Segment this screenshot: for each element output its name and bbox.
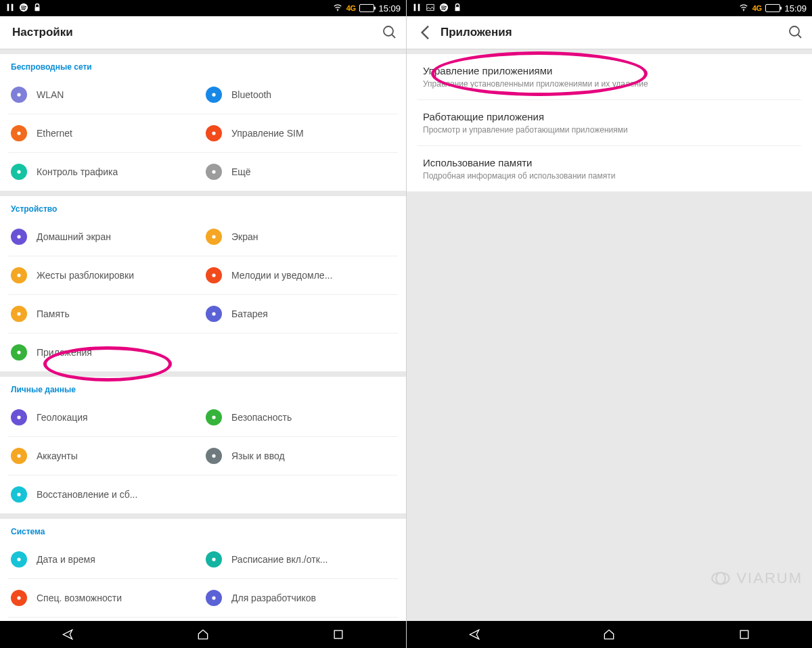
settings-item[interactable]: Память xyxy=(8,294,203,333)
back-icon[interactable] xyxy=(415,22,436,43)
settings-item-icon xyxy=(11,229,27,245)
svg-point-12 xyxy=(212,170,215,173)
lock-icon xyxy=(453,3,462,14)
settings-item-label: Аккаунты xyxy=(37,450,78,461)
settings-item-icon xyxy=(11,344,27,361)
network-label: 4G xyxy=(752,4,762,12)
settings-item[interactable]: Приложения xyxy=(8,333,398,371)
settings-item-icon xyxy=(11,164,27,180)
app-bar: Приложения xyxy=(407,16,812,49)
back-button[interactable] xyxy=(447,628,501,641)
settings-item-label: Контроль трафика xyxy=(37,166,118,177)
settings-item[interactable]: Для разработчиков xyxy=(203,578,398,617)
settings-item[interactable]: WLAN xyxy=(8,76,203,114)
svg-rect-31 xyxy=(414,3,416,11)
nav-bar xyxy=(407,621,812,648)
settings-item[interactable]: Спец. возможности xyxy=(8,578,203,617)
recent-button[interactable] xyxy=(717,628,771,641)
page-title: Приложения xyxy=(436,26,512,39)
wifi-icon xyxy=(333,3,342,14)
settings-item[interactable]: Дата и время xyxy=(8,540,203,578)
settings-item-icon xyxy=(11,409,27,425)
nav-bar xyxy=(0,621,406,648)
pause-icon xyxy=(5,3,15,14)
settings-item[interactable]: Аккаунты xyxy=(8,436,203,475)
battery-icon xyxy=(359,4,374,12)
settings-item-icon xyxy=(206,164,222,180)
apps-row[interactable]: Управление приложениямиУправление устано… xyxy=(418,54,801,100)
pause-icon xyxy=(412,3,422,14)
settings-item[interactable]: Батарея xyxy=(203,294,398,333)
svg-rect-39 xyxy=(740,630,748,639)
settings-item-icon xyxy=(206,229,222,245)
settings-item-icon xyxy=(11,590,27,606)
apps-row-title: Работающие приложения xyxy=(423,111,796,122)
settings-item-icon xyxy=(206,448,222,464)
settings-item-icon xyxy=(206,125,222,141)
settings-item-label: Ещё xyxy=(231,166,251,177)
svg-point-23 xyxy=(212,454,215,457)
settings-item-icon xyxy=(206,551,222,568)
apps-row[interactable]: Работающие приложенияПросмотр и управлен… xyxy=(418,100,801,146)
apps-row[interactable]: Использование памятиПодробная информация… xyxy=(418,146,801,191)
settings-item-icon xyxy=(206,590,222,606)
settings-item-label: Дата и время xyxy=(37,554,95,565)
settings-item-icon xyxy=(11,267,27,283)
settings-item[interactable]: Жесты разблокировки xyxy=(8,256,203,294)
settings-item-label: WLAN xyxy=(37,89,64,100)
status-bar: 4G 15:09 xyxy=(407,0,812,16)
settings-item[interactable]: Контроль трафика xyxy=(8,152,203,191)
svg-point-28 xyxy=(212,596,215,599)
settings-item-icon xyxy=(11,87,27,103)
settings-pane: 4G 15:09 Настройки Беспроводные сетиWLAN… xyxy=(0,0,406,648)
settings-item-label: Домашний экран xyxy=(37,231,111,242)
watermark: VIARUM xyxy=(709,567,803,590)
settings-item[interactable]: Ethernet xyxy=(8,114,203,152)
settings-item-icon xyxy=(206,267,222,283)
settings-item[interactable]: Язык и ввод xyxy=(203,436,398,475)
search-icon[interactable] xyxy=(788,24,804,41)
clock-label: 15:09 xyxy=(378,3,401,14)
apps-row-title: Использование памяти xyxy=(423,157,796,168)
recent-button[interactable] xyxy=(311,628,365,641)
settings-item[interactable]: Bluetooth xyxy=(203,76,398,114)
apps-row-subtitle: Управление установленными приложениями и… xyxy=(423,79,796,89)
section-title: Устройство xyxy=(8,196,398,218)
home-button[interactable] xyxy=(582,628,636,641)
settings-item-label: Экран xyxy=(231,231,258,242)
apps-content: Управление приложениямиУправление устано… xyxy=(407,49,812,621)
svg-point-18 xyxy=(212,312,215,315)
settings-item[interactable]: Безопасность xyxy=(203,398,398,436)
svg-point-13 xyxy=(17,235,20,238)
settings-item[interactable]: Ещё xyxy=(203,152,398,191)
settings-item[interactable]: Управление SIM xyxy=(203,114,398,152)
settings-item[interactable]: Геолокация xyxy=(8,398,203,436)
settings-item[interactable]: Расписание вкл./отк... xyxy=(203,540,398,578)
apps-row-subtitle: Просмотр и управление работающими прилож… xyxy=(423,125,796,135)
settings-item-label: Жесты разблокировки xyxy=(37,270,134,281)
settings-item[interactable]: Экран xyxy=(203,218,398,256)
svg-point-26 xyxy=(212,557,215,561)
settings-section: Личные данныеГеолокацияБезопасностьАккау… xyxy=(0,377,406,513)
svg-point-7 xyxy=(17,93,20,96)
battery-icon xyxy=(765,4,780,12)
svg-point-36 xyxy=(743,9,744,11)
network-label: 4G xyxy=(346,4,356,12)
settings-item[interactable]: Домашний экран xyxy=(8,218,203,256)
settings-item-icon xyxy=(11,551,27,568)
svg-point-14 xyxy=(212,235,215,238)
svg-point-17 xyxy=(17,312,20,315)
svg-point-8 xyxy=(212,93,215,96)
settings-content: Беспроводные сетиWLANBluetoothEthernetУп… xyxy=(0,49,406,621)
search-icon[interactable] xyxy=(382,24,398,41)
settings-item[interactable]: Восстановление и сб... xyxy=(8,475,398,513)
svg-point-5 xyxy=(384,26,393,36)
back-button[interactable] xyxy=(41,628,95,641)
settings-item[interactable]: Мелодии и уведомле... xyxy=(203,256,398,294)
section-title: Система xyxy=(8,519,398,540)
settings-item[interactable]: О планшете xyxy=(8,617,398,621)
settings-item-label: Расписание вкл./отк... xyxy=(231,554,328,565)
settings-item-icon xyxy=(11,448,27,464)
image-icon xyxy=(426,3,435,14)
home-button[interactable] xyxy=(176,628,230,641)
